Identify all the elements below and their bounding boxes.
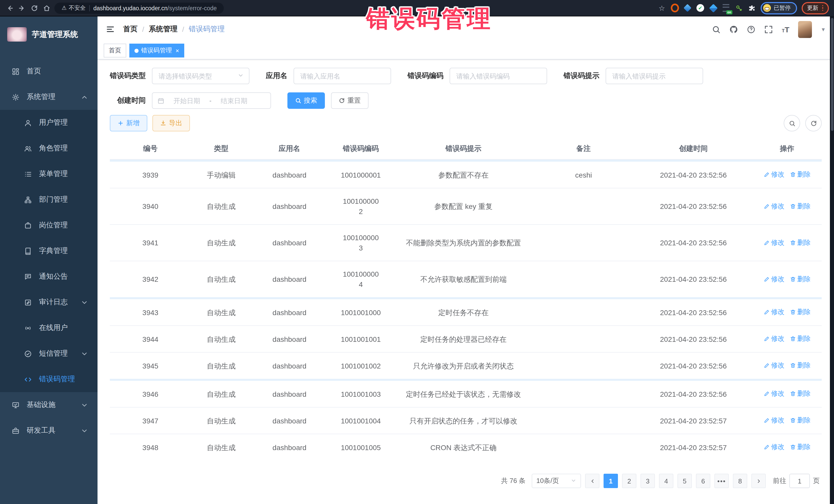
tab-close-icon[interactable]: × [176,47,179,53]
browser-back-icon[interactable] [5,3,14,13]
sidebar-item-infrastructure[interactable]: 基础设施 [0,392,97,418]
address-bar[interactable]: ⚠ 不安全 dashboard.yudao.iocoder.cn/system/… [54,2,224,14]
avatar-caret-down-icon[interactable]: ▼ [821,26,826,32]
sidebar-item-sms-management[interactable]: 短信管理 [0,341,97,367]
add-button[interactable]: 新增 [110,115,147,131]
edit-link[interactable]: 修改 [764,360,785,371]
error-code-field[interactable] [449,68,547,84]
browser-menu-icon[interactable] [822,5,823,11]
browser-home-icon[interactable] [42,3,51,13]
start-date-input[interactable] [167,96,206,105]
delete-link[interactable]: 删除 [790,360,811,371]
column-header: 类型 [191,138,251,159]
app-name-field[interactable] [293,68,391,84]
sidebar-item-online-users[interactable]: 在线用户 [0,315,97,341]
delete-link[interactable]: 删除 [790,442,811,452]
error-msg-field[interactable] [606,68,703,84]
extension-icon-key[interactable] [735,4,743,12]
not-secure-warning-icon[interactable]: ⚠ 不安全 [62,4,86,12]
browser-profile-chip[interactable]: 已暂停 [760,2,797,14]
user-avatar[interactable] [798,21,812,38]
delete-link[interactable]: 删除 [790,274,811,284]
page-button-1[interactable]: 1 [603,474,618,488]
reset-button[interactable]: 重置 [331,92,369,109]
sidebar-item-dev-tools[interactable]: 研发工具 [0,418,97,443]
breadcrumb-system[interactable]: 系统管理 [149,25,178,34]
toggle-search-button[interactable] [784,115,800,131]
sidebar-item-home[interactable]: 首页 [0,59,97,84]
refresh-table-button[interactable] [805,115,822,131]
prev-page-button[interactable] [585,474,599,488]
delete-link[interactable]: 删除 [790,389,811,399]
end-date-input[interactable] [215,96,254,105]
error-code-input[interactable] [455,72,542,80]
sidebar-logo-row[interactable]: 芋道管理系统 [0,17,97,52]
page-button-5[interactable]: 5 [678,474,692,488]
delete-link[interactable]: 删除 [790,334,811,344]
app-name-input[interactable] [299,72,386,80]
breadcrumb-home[interactable]: 首页 [123,25,137,34]
font-size-icon[interactable]: TT [782,25,789,33]
sidebar-item-user-management[interactable]: 用户管理 [0,110,97,135]
create-time-range-picker[interactable]: - [152,92,271,109]
extension-icon-grid[interactable] [709,4,717,12]
fullscreen-icon[interactable] [765,25,773,34]
extensions-puzzle-icon[interactable] [748,4,756,12]
browser-reload-icon[interactable] [30,3,39,13]
sidebar-item-dict-management[interactable]: 字典管理 [0,238,97,264]
page-size-select[interactable]: 10条/页 [532,474,581,488]
sidebar-item-role-management[interactable]: 角色管理 [0,135,97,161]
edit-link[interactable]: 修改 [764,201,785,211]
delete-link[interactable]: 删除 [790,201,811,211]
header-search-icon[interactable] [712,25,721,34]
cell-type: 自动生成 [191,194,251,219]
edit-link[interactable]: 修改 [764,274,785,284]
page-button-4[interactable]: 4 [659,474,673,488]
extension-icon-list[interactable]: on [722,4,730,12]
search-button[interactable]: 搜索 [287,92,325,109]
tab-error-code-management[interactable]: 错误码管理× [129,44,184,58]
next-page-button[interactable] [751,474,766,488]
error-code-type-select[interactable] [152,68,249,84]
extension-icon-green-check[interactable]: ✔ [696,4,704,12]
browser-update-button[interactable]: 更新 [802,2,829,14]
delete-link[interactable]: 删除 [790,237,811,248]
edit-link[interactable]: 修改 [764,415,785,425]
export-button[interactable]: 导出 [152,115,190,131]
extension-icon-gem[interactable] [683,4,692,12]
sidebar-item-error-code-management[interactable]: 错误码管理 [0,367,97,392]
delete-link[interactable]: 删除 [790,415,811,425]
github-icon[interactable] [729,25,738,34]
sidebar-item-dept-management[interactable]: 部门管理 [0,187,97,213]
extension-icon-orange[interactable] [671,4,679,12]
sidebar-item-system-management[interactable]: 系统管理 [0,84,97,110]
tab-home[interactable]: 首页 [104,44,126,58]
hamburger-icon[interactable] [106,25,115,34]
page-button-8[interactable]: 8 [733,474,747,488]
sidebar-item-post-management[interactable]: 岗位管理 [0,213,97,238]
edit-link[interactable]: 修改 [764,169,785,180]
page-button-6[interactable]: 6 [696,474,710,488]
edit-link[interactable]: 修改 [764,389,785,399]
sidebar-item-notice-announcement[interactable]: 通知公告 [0,264,97,289]
bookmark-star-icon[interactable]: ☆ [658,4,666,12]
edit-link[interactable]: 修改 [764,334,785,344]
delete-link[interactable]: 删除 [790,307,811,317]
error-code-type-input[interactable] [158,72,236,80]
page-scrollbar[interactable] [830,16,834,504]
page-button-2[interactable]: 2 [622,474,636,488]
edit-link[interactable]: 修改 [764,237,785,248]
sidebar-item-audit-log[interactable]: 审计日志 [0,289,97,315]
scrollbar-thumb[interactable] [831,18,833,131]
goto-page-input[interactable] [789,474,810,488]
edit-link[interactable]: 修改 [764,442,785,452]
help-icon[interactable] [747,25,756,34]
delete-link[interactable]: 删除 [790,169,811,180]
error-msg-input[interactable] [611,72,698,80]
pager-more-button[interactable]: ••• [715,474,729,488]
page-button-3[interactable]: 3 [640,474,655,488]
browser-forward-icon[interactable] [18,3,27,13]
cell-id: 3945 [110,353,191,378]
sidebar-item-menu-management[interactable]: 菜单管理 [0,161,97,187]
edit-link[interactable]: 修改 [764,307,785,317]
